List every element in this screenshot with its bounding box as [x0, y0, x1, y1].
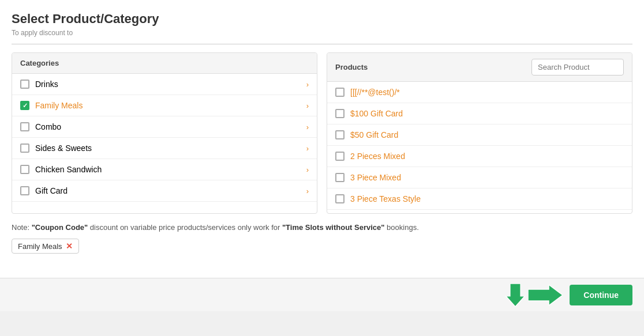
product-checkbox-3-mixed[interactable] [335, 173, 345, 182]
products-header: Products [327, 53, 632, 82]
tag-label-family-meals-tag: Family Meals [18, 242, 62, 251]
footer-bar: Continue [0, 278, 644, 311]
product-item-2-mixed[interactable]: 2 Pieces Mixed [327, 146, 632, 167]
svg-marker-0 [506, 284, 525, 307]
category-item-drinks[interactable]: Drinks› [12, 74, 317, 95]
chevron-icon-gift-card: › [306, 187, 309, 195]
category-label-gift-card: Gift Card [35, 186, 306, 195]
checkbox-family-meals[interactable] [20, 101, 29, 110]
category-label-drinks: Drinks [35, 80, 306, 89]
checkbox-combo[interactable] [20, 122, 29, 131]
product-item-test[interactable]: [[[//**@test()/* [327, 82, 632, 103]
divider [12, 44, 632, 44]
note-section: Note: "Coupon Code" discount on variable… [12, 223, 632, 232]
note-middle: discount on variable price products/serv… [90, 223, 282, 232]
product-label-2-mixed: 2 Pieces Mixed [350, 152, 405, 161]
products-title: Products [335, 63, 368, 71]
product-checkbox-3-texas[interactable] [335, 194, 345, 203]
main-content: Select Product/Category To apply discoun… [0, 0, 644, 311]
chevron-icon-drinks: › [306, 80, 309, 89]
chevron-icon-family-meals: › [306, 101, 309, 110]
product-item-gift-100[interactable]: $100 Gift Card [327, 103, 632, 124]
continue-button[interactable]: Continue [570, 285, 632, 305]
product-label-gift-50: $50 Gift Card [350, 130, 398, 139]
product-label-3-texas: 3 Piece Texas Style [350, 194, 421, 203]
products-list: [[[//**@test()/*$100 Gift Card$50 Gift C… [327, 82, 632, 213]
categories-list: Drinks›Family Meals›Combo›Sides & Sweets… [12, 74, 317, 213]
product-label-3-mixed: 3 Piece Mixed [350, 173, 401, 182]
product-label-gift-100: $100 Gift Card [350, 109, 403, 118]
search-input[interactable] [531, 59, 624, 75]
category-item-gift-card[interactable]: Gift Card› [12, 180, 317, 202]
category-label-sides-sweets: Sides & Sweets [35, 144, 306, 153]
chevron-icon-combo: › [306, 123, 309, 131]
tag-close-family-meals-tag[interactable]: ✕ [66, 241, 73, 251]
note-prefix: Note: [12, 223, 32, 232]
product-label-test: [[[//**@test()/* [350, 88, 400, 97]
category-item-combo[interactable]: Combo› [12, 116, 317, 138]
categories-header: Categories [12, 53, 317, 74]
category-label-chicken-sandwich: Chicken Sandwich [35, 165, 306, 174]
checkbox-sides-sweets[interactable] [20, 144, 29, 153]
categories-panel: Categories Drinks›Family Meals›Combo›Sid… [12, 52, 317, 214]
arrow-icons [505, 284, 563, 307]
page-title: Select Product/Category [12, 12, 632, 27]
category-item-family-meals[interactable]: Family Meals› [12, 95, 317, 116]
checkbox-drinks[interactable] [20, 80, 29, 89]
chevron-icon-chicken-sandwich: › [306, 165, 309, 174]
product-checkbox-test[interactable] [335, 88, 345, 97]
category-label-family-meals: Family Meals [35, 101, 306, 110]
page-subtitle: To apply discount to [12, 29, 632, 37]
category-item-chicken-sandwich[interactable]: Chicken Sandwich› [12, 159, 317, 180]
tag-family-meals-tag: Family Meals✕ [12, 239, 79, 254]
note-suffix: bookings. [387, 223, 419, 232]
category-item-sides-sweets[interactable]: Sides & Sweets› [12, 138, 317, 159]
selected-tags: Family Meals✕ [12, 239, 632, 254]
panels-container: Categories Drinks›Family Meals›Combo›Sid… [12, 52, 632, 214]
products-panel: Products [[[//**@test()/*$100 Gift Card$… [327, 52, 632, 214]
chevron-icon-sides-sweets: › [306, 144, 309, 153]
checkbox-gift-card[interactable] [20, 186, 29, 195]
category-label-combo: Combo [35, 122, 306, 131]
product-checkbox-gift-100[interactable] [335, 109, 345, 118]
note-bold2: "Time Slots without Service" [282, 223, 385, 232]
note-bold1: "Coupon Code" [32, 223, 88, 232]
categories-title: Categories [20, 59, 59, 67]
product-item-3-mixed[interactable]: 3 Piece Mixed [327, 167, 632, 188]
checkbox-chicken-sandwich[interactable] [20, 165, 29, 174]
product-checkbox-gift-50[interactable] [335, 130, 345, 139]
product-item-3-texas[interactable]: 3 Piece Texas Style [327, 188, 632, 210]
product-checkbox-2-mixed[interactable] [335, 152, 345, 161]
product-item-gift-50[interactable]: $50 Gift Card [327, 124, 632, 146]
svg-marker-1 [528, 285, 563, 305]
arrow-down-icon [505, 284, 526, 307]
arrow-right-icon [528, 285, 563, 305]
